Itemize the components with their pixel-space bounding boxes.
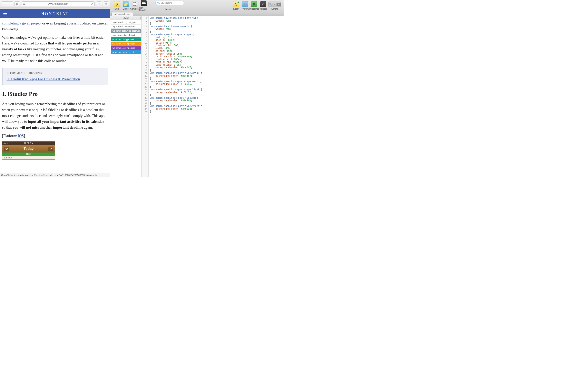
line-gutter: 1234567891011121314151617181920212223242… (142, 16, 149, 177)
style-list-item[interactable]: .wp-admin…st-type.maxi (111, 37, 141, 42)
recommended-box: RECOMMENDED READING: 30 Useful IPad Apps… (2, 68, 108, 85)
editor-main: Styles||| .wp-admin t…c_post_type.wp-adm… (110, 16, 284, 177)
tabs-button[interactable]: ⧉ (103, 1, 109, 6)
style-list-item[interactable]: .wp-admin t…c_post_type (111, 20, 141, 24)
styles-panel: Styles||| .wp-admin t…c_post_type.wp-adm… (110, 16, 142, 177)
tool-group[interactable]: 📁Group (121, 1, 130, 10)
search-icon: 🔍 (157, 2, 160, 4)
grip-icon[interactable]: ||| (140, 17, 141, 19)
tool-editors[interactable]: 🔧≡≣Editors (268, 1, 282, 10)
style-list-item[interactable]: .wp-admin…-type.freebie (111, 50, 141, 54)
preview-icon: 👁 (242, 1, 248, 7)
style-list-item[interactable]: .wp-admin span.hkdc-post-type (111, 29, 141, 33)
app-now-bar: Now: (2, 152, 55, 156)
new-selector-icon (141, 0, 147, 6)
app-statusbar: ••ıl ᯤ 12:32 PM (2, 142, 55, 145)
tool-validate[interactable]: ✓Validate (259, 1, 268, 10)
back-button[interactable]: ‹ (1, 1, 7, 6)
platform-line: [Platform: iOS] (2, 133, 108, 139)
styles-panel-header: Styles||| (110, 16, 141, 20)
search-input[interactable]: 🔍 Style Name (155, 1, 184, 5)
tool-new-selector[interactable]: New Selector (139, 0, 148, 11)
sidebar-button[interactable]: ▥ (14, 1, 20, 6)
css-editor-window: SStyle 📁Group 💬Comment New Selector 🔍 St… (110, 0, 284, 177)
signal-icon: ••ıl ᯤ (3, 142, 9, 145)
file-tab[interactable]: admin-style.css (112, 12, 133, 16)
tool-preview[interactable]: 👁Preview (241, 1, 250, 10)
safari-toolbar: ‹ › ▥ ☰ www.hongkiat.com ⟳ ⇪ ⧉ (0, 0, 110, 8)
safari-tabbar: + (0, 8, 110, 9)
code-area[interactable]: .wp-admin th.column-hkdc_post_type { wid… (149, 16, 284, 177)
styles-list[interactable]: .wp-admin t…c_post_type.wp-admin t…-comm… (110, 20, 141, 54)
section-heading: 1. iStudiez Pro (2, 90, 108, 99)
tool-comment[interactable]: 💬Comment (130, 1, 139, 10)
milestones-icon: ⚑ (251, 1, 257, 7)
style-list-item[interactable]: .wp-admin…ost-type.light (111, 42, 141, 46)
reload-icon[interactable]: ⟳ (91, 2, 93, 5)
intro-para: completing a given project or even keepi… (2, 20, 108, 32)
export-icon: S (233, 1, 239, 7)
intro-link[interactable]: completing a given project (2, 21, 41, 25)
address-bar[interactable]: ☰ www.hongkiat.com ⟳ (22, 1, 95, 6)
recommended-title: RECOMMENDED READING: (7, 71, 104, 75)
refresh-icon: ⟳ (48, 147, 53, 151)
tool-export[interactable]: SExport (232, 1, 241, 10)
editors-icon: 🔧≡≣ (268, 1, 281, 7)
validate-icon: ✓ (260, 1, 266, 7)
reader-icon[interactable]: ☰ (23, 2, 25, 5)
platform-link[interactable]: iOS (18, 134, 24, 138)
site-logo[interactable]: HONGKIAT (10, 11, 100, 16)
app-today-bar: ⚙ Today ⟳ (2, 145, 55, 152)
app-time: 12:32 PM (24, 142, 33, 145)
app-seminar-row: Seminar (2, 156, 55, 160)
para-2: With technology, we've got options to ma… (2, 35, 108, 64)
tool-milestones[interactable]: ⚑Milestones (250, 1, 259, 10)
comment-icon: 💬 (132, 1, 138, 7)
safari-window: ‹ › ▥ ☰ www.hongkiat.com ⟳ ⇪ ⧉ + ☰ HONGK… (0, 0, 110, 177)
share-button[interactable]: ⇪ (96, 1, 102, 6)
style-list-item[interactable]: .wp-admin…-type.default (111, 33, 141, 37)
para-3: Are you having trouble remembering the d… (2, 101, 108, 131)
recommended-link[interactable]: 30 Useful IPad Apps For Business & Prese… (7, 77, 80, 81)
article-content[interactable]: completing a given project or even keepi… (0, 18, 110, 177)
search-wrap: 🔍 Style Name Search (148, 1, 188, 11)
url-text: www.hongkiat.com (48, 2, 68, 5)
hamburger-icon[interactable]: ☰ (0, 11, 10, 16)
editor-toolbar: SStyle 📁Group 💬Comment New Selector 🔍 St… (110, 0, 284, 11)
gear-icon: ⚙ (4, 147, 9, 151)
style-list-item[interactable]: .wp-admin…ost-type.giga (111, 46, 141, 50)
forward-button[interactable]: › (7, 1, 13, 6)
style-list-item[interactable]: .wp-admin t…-comments (111, 25, 141, 29)
editor-file-tabs: admin-style.css (110, 11, 284, 16)
app-screenshot: ••ıl ᯤ 12:32 PM ⚙ Today ⟳ Now: Seminar (2, 141, 55, 160)
safari-status-bar: Open "https://bs.serving-sys.com/Burstin… (0, 173, 110, 177)
tool-style[interactable]: SStyle (112, 1, 121, 10)
group-icon: 📁 (123, 1, 129, 7)
style-icon: S (114, 1, 120, 7)
site-header: ☰ HONGKIAT (0, 9, 110, 18)
